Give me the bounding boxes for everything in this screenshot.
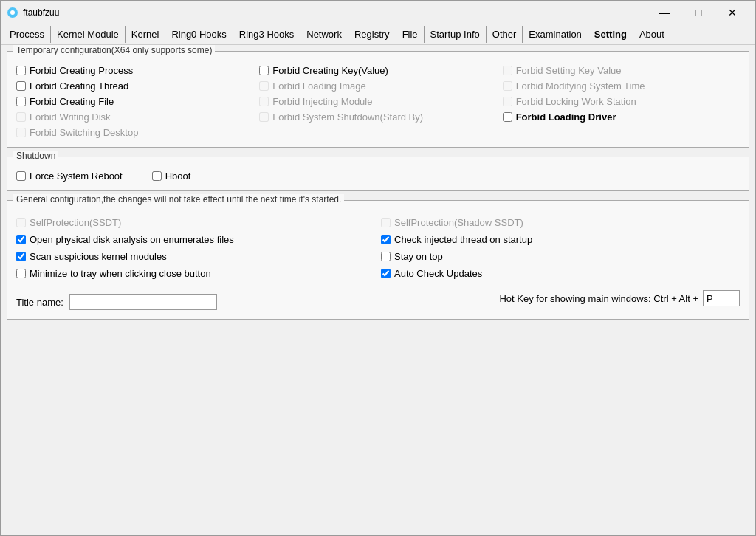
minimize-button[interactable]: — [647,1,681,24]
chk_forbid_thread-checkbox[interactable] [16,81,26,91]
window-controls: — □ ✕ [647,1,749,24]
menu-item-process[interactable]: Process [4,26,51,43]
general-config-title: General configuration,the changes will n… [13,194,344,205]
chk_minimize_tray-checkbox[interactable] [16,269,26,278]
temp-config-item-chk_forbid_writing_disk: Forbid Writing Disk [16,111,253,123]
menu-item-kernel[interactable]: Kernel [126,26,166,43]
menu-item-about[interactable]: About [633,26,670,43]
temp-config-item-chk_forbid_file: Forbid Creating File [16,96,253,107]
shutdown-item-chk_hboot: Hboot [152,171,191,182]
hotkey-row: Hot Key for showing main windows: Ctrl +… [499,290,740,306]
chk_forbid_writing_disk-label: Forbid Writing Disk [30,111,111,123]
chk_stay_on_top-label: Stay on top [394,251,443,262]
chk_hboot-label: Hboot [165,171,191,182]
temp-config-item-chk_forbid_loading_driver: Forbid Loading Driver [503,111,740,123]
app-icon [7,7,18,18]
menu-item-other[interactable]: Other [487,26,523,43]
chk_self_protection_shadow-label: SelfProtection(Shadow SSDT) [394,217,523,228]
chk_forbid_setting_key-checkbox [503,66,512,75]
general-config-checkboxes: SelfProtection(SSDT)SelfProtection(Shado… [16,217,740,279]
chk_hboot-checkbox[interactable] [152,171,162,181]
chk_check_injected-checkbox[interactable] [381,235,391,244]
temp-config-item-chk_forbid_process: Forbid Creating Process [16,65,253,76]
hotkey-label: Hot Key for showing main windows: Ctrl +… [499,293,698,304]
chk_forbid_process-checkbox[interactable] [16,66,26,75]
bottom-row: Title name: Hot Key for showing main win… [16,286,740,310]
chk_forbid_process-label: Forbid Creating Process [30,65,133,76]
title-name-row: Title name: [16,294,217,310]
chk_minimize_tray-label: Minimize to tray when clicking close but… [30,268,211,279]
chk_open_physical_disk-checkbox[interactable] [16,235,26,244]
svg-point-1 [10,10,15,15]
general-config-item-chk_minimize_tray: Minimize to tray when clicking close but… [16,268,375,279]
menu-item-ring0-hooks[interactable]: Ring0 Hooks [165,26,233,43]
shutdown-item-chk_force_reboot: Force System Reboot [16,171,123,182]
chk_forbid_thread-label: Forbid Creating Thread [30,80,128,92]
chk_forbid_locking-checkbox [503,97,512,106]
menu-item-startup-info[interactable]: Startup Info [425,26,487,43]
menu-item-examination[interactable]: Examination [523,26,588,43]
title-name-input[interactable] [69,294,217,310]
chk_auto_check_updates-label: Auto Check Updates [394,268,482,279]
temporary-config-title: Temporary configuration(X64 only support… [13,45,215,55]
chk_self_protection_shadow-checkbox [381,218,391,227]
temp-config-item-chk_forbid_shutdown: Forbid System Shutdown(Stard By) [259,111,496,123]
maximize-button[interactable]: □ [681,1,715,24]
general-config-item-chk_open_physical_disk: Open physical disk analysis on enumerate… [16,234,375,245]
chk_forbid_setting_key-label: Forbid Setting Key Value [516,65,622,76]
general-config-item-chk_stay_on_top: Stay on top [381,251,740,262]
chk_forbid_modifying_time-checkbox [503,81,512,91]
general-config-group: General configuration,the changes will n… [7,200,749,320]
chk_forbid_key_value-checkbox[interactable] [259,66,269,75]
chk_forbid_key_value-label: Forbid Creating Key(Value) [272,65,388,76]
title-name-label: Title name: [16,297,63,308]
general-config-item-chk_self_protection_shadow: SelfProtection(Shadow SSDT) [381,217,740,228]
chk_forbid_loading_image-label: Forbid Loading Image [272,80,365,92]
title-bar: ftaubfzuu — □ ✕ [1,1,755,24]
chk_force_reboot-checkbox[interactable] [16,171,26,181]
menu-item-network[interactable]: Network [300,26,348,43]
chk_forbid_switching_desktop-label: Forbid Switching Desktop [30,127,138,138]
chk_forbid_shutdown-label: Forbid System Shutdown(Stard By) [272,111,423,123]
chk_forbid_modifying_time-label: Forbid Modifying System Time [516,80,645,92]
temp-config-item-chk_forbid_loading_image: Forbid Loading Image [259,80,496,92]
chk_forbid_switching_desktop-checkbox [16,128,26,137]
chk_check_injected-label: Check injected thread on startup [394,234,532,245]
chk_forbid_loading_driver-label: Forbid Loading Driver [516,111,616,123]
menu-item-file[interactable]: File [396,26,425,43]
general-config-item-chk_check_injected: Check injected thread on startup [381,234,740,245]
shutdown-title: Shutdown [13,151,58,161]
close-button[interactable]: ✕ [715,1,749,24]
main-window: ftaubfzuu — □ ✕ ProcessKernel ModuleKern… [0,0,756,536]
chk_forbid_shutdown-checkbox [259,112,269,122]
window-title: ftaubfzuu [23,7,647,18]
chk_open_physical_disk-label: Open physical disk analysis on enumerate… [30,234,234,245]
temporary-config-group: Temporary configuration(X64 only support… [7,51,749,148]
chk_forbid_writing_disk-checkbox [16,112,26,122]
chk_auto_check_updates-checkbox[interactable] [381,269,391,278]
chk_scan_suspicious-label: Scan suspicious kernel modules [30,251,167,262]
menu-item-registry[interactable]: Registry [348,26,396,43]
temp-config-item-chk_forbid_switching_desktop: Forbid Switching Desktop [16,127,253,138]
menu-bar: ProcessKernel ModuleKernelRing0 HooksRin… [1,24,755,45]
temp-config-item-chk_forbid_locking: Forbid Locking Work Station [503,96,740,107]
chk_forbid_injecting-checkbox [259,97,269,106]
temporary-config-checkboxes: Forbid Creating ProcessForbid Creating K… [16,65,740,138]
temp-config-item-chk_forbid_modifying_time: Forbid Modifying System Time [503,80,740,92]
temp-config-item-chk_forbid_injecting: Forbid Injecting Module [259,96,496,107]
chk_stay_on_top-checkbox[interactable] [381,252,391,261]
temp-config-item-chk_forbid_setting_key: Forbid Setting Key Value [503,65,740,76]
menu-item-setting[interactable]: Setting [588,26,633,43]
chk_forbid_loading_driver-checkbox[interactable] [503,112,512,122]
menu-item-ring3-hooks[interactable]: Ring3 Hooks [233,26,300,43]
chk_forbid_file-label: Forbid Creating File [30,96,114,107]
shutdown-checkboxes: Force System RebootHboot [16,171,740,182]
temp-config-item-chk_forbid_thread: Forbid Creating Thread [16,80,253,92]
chk_self_protection_ssdt-checkbox [16,218,26,227]
hotkey-input[interactable] [703,290,740,306]
general-config-item-chk_auto_check_updates: Auto Check Updates [381,268,740,279]
chk_self_protection_ssdt-label: SelfProtection(SSDT) [30,217,121,228]
menu-item-kernel-module[interactable]: Kernel Module [51,26,126,43]
chk_forbid_file-checkbox[interactable] [16,97,26,106]
chk_scan_suspicious-checkbox[interactable] [16,252,26,261]
